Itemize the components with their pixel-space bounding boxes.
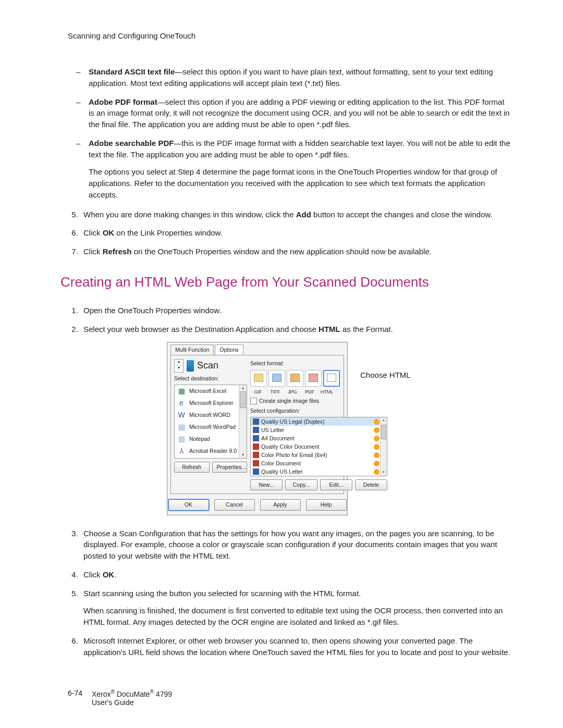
footer-guide: User's Guide [92, 698, 172, 707]
notepad-icon: ▥ [177, 434, 186, 443]
refresh-button[interactable]: Refresh [174, 462, 210, 473]
format-jpg[interactable] [287, 370, 303, 387]
wordpad-icon: ▤ [177, 422, 186, 431]
bullet-spdf-lead: Adobe searchable PDF [89, 139, 174, 147]
step-b1: Open the OneTouch Properties window. [80, 305, 511, 316]
format-pdf[interactable] [305, 370, 322, 387]
bullet-pdf: Adobe PDF format—select this option if y… [89, 96, 511, 130]
page-icon [253, 443, 259, 450]
list-item: US Letter [251, 426, 387, 434]
page-header: Scanning and Configuring OneTouch [68, 31, 511, 40]
section-steps: Open the OneTouch Properties window. Sel… [68, 305, 511, 658]
list-item: eMicrosoft Explorer [175, 397, 247, 409]
list-item: ▦Microsoft Excel [175, 385, 247, 397]
pdf-icon [309, 374, 318, 382]
callout-choose-html: Choose HTML [360, 342, 411, 380]
list-item: WMicrosoft WORD [175, 409, 247, 421]
list-item: Quality Color Document [251, 442, 387, 451]
scrollbar[interactable]: ▴▾ [239, 385, 247, 458]
scan-number-spinner[interactable]: ▴▾ [174, 359, 183, 373]
tiff-icon [272, 374, 282, 382]
step-b5: Start scanning using the button you sele… [80, 588, 511, 628]
acrobat-icon: ⅄ [177, 446, 186, 455]
page-icon [253, 427, 259, 433]
step-b3: Choose a Scan Configuration that has the… [80, 528, 511, 562]
page-icon [253, 468, 259, 475]
list-item: ▤Microsoft WordPad [175, 421, 247, 433]
footer-model: Xerox® DocuMate® 4799 [92, 689, 172, 698]
bullet-ascii-lead: Standard ASCII text file [89, 67, 175, 76]
format-tiff[interactable] [268, 370, 285, 387]
jpg-icon [290, 374, 300, 382]
step-b2: Select your web browser as the Destinati… [80, 324, 511, 515]
dialog-figure: Multi Function Options ▴▾ Scan [167, 342, 511, 515]
label-select-destination: Select destination: [174, 375, 247, 382]
scan-icon [187, 360, 194, 372]
tab-multifunction[interactable]: Multi Function [170, 344, 214, 355]
bullet-ascii: Standard ASCII text file—select this opt… [89, 66, 511, 89]
ok-button[interactable]: OK [168, 499, 209, 510]
page-icon [253, 435, 259, 441]
bullet-spdf-extra: The options you select at Step 4 determi… [89, 166, 511, 200]
top-steps: When you are done making changes in this… [68, 209, 511, 257]
gear-icon [374, 419, 380, 425]
gear-icon [374, 452, 380, 458]
step-7: Click Refresh on the OneTouch Properties… [80, 246, 511, 257]
checkbox-icon [250, 398, 257, 404]
bullet-pdf-lead: Adobe PDF format [89, 97, 157, 106]
step-b4: Click OK. [80, 569, 511, 581]
gear-icon [374, 469, 380, 475]
list-item: Quality US Legal (Duplex) [251, 417, 387, 426]
label-select-config: Select configuration: [250, 407, 387, 415]
properties-button[interactable]: Properties... [212, 462, 248, 473]
delete-button[interactable]: Delete [355, 479, 387, 490]
page-number: 6-74 [68, 689, 92, 707]
list-item: Quality US Letter [251, 467, 387, 476]
tab-options[interactable]: Options [215, 344, 243, 355]
format-html[interactable] [323, 370, 340, 387]
word-icon: W [177, 410, 186, 419]
copy-button[interactable]: Copy... [285, 479, 317, 490]
onetouch-dialog: Multi Function Options ▴▾ Scan [167, 342, 348, 515]
help-button[interactable]: Help [306, 499, 347, 510]
list-item: ⅄Acrobat Reader 9.0 [175, 445, 247, 457]
step-6: Click OK on the Link Properties window. [80, 227, 511, 239]
bullet-searchable-pdf: Adobe searchable PDF—this is the PDF ima… [89, 138, 511, 201]
step-b6: Microsoft Internet Explorer, or other we… [80, 635, 511, 658]
list-item: A4 Document [251, 434, 387, 442]
list-item: ▥Notepad [175, 433, 247, 445]
scrollbar[interactable]: ▴▾ [380, 417, 387, 476]
page-footer: 6-74 Xerox® DocuMate® 4799 User's Guide [68, 689, 511, 707]
page-icon [253, 452, 259, 458]
html-icon [327, 374, 336, 382]
page-icon [253, 418, 259, 425]
cancel-button[interactable]: Cancel [214, 499, 255, 510]
create-single-image-checkbox[interactable]: Create single image files [250, 397, 387, 405]
format-labels: GIF TIFF JPG PDF HTML [250, 389, 387, 396]
list-item: Color Document [251, 459, 387, 467]
destination-list[interactable]: ▦Microsoft Excel eMicrosoft Explorer WMi… [174, 385, 247, 459]
config-list[interactable]: Quality US Legal (Duplex) US Letter A4 D… [250, 417, 387, 476]
list-item: Color Photo for Email (6x4) [251, 451, 387, 459]
gear-icon [374, 444, 380, 450]
apply-button[interactable]: Apply [260, 499, 301, 510]
edit-button[interactable]: Edit... [320, 479, 352, 490]
step-b5-extra: When scanning is finished, the document … [83, 605, 511, 628]
scan-title: Scan [197, 359, 218, 372]
ie-icon: e [177, 398, 186, 408]
section-title: Creating an HTML Web Page from Your Scan… [60, 274, 511, 290]
gear-icon [374, 427, 380, 433]
step-5: When you are done making changes in this… [80, 209, 511, 220]
page-icon [253, 460, 259, 466]
gear-icon [374, 436, 380, 441]
new-button[interactable]: New... [250, 479, 283, 490]
format-gif[interactable] [250, 370, 267, 387]
gear-icon [374, 461, 380, 466]
format-bullets: Standard ASCII text file—select this opt… [68, 66, 511, 201]
gif-icon [254, 374, 263, 382]
excel-icon: ▦ [177, 386, 186, 396]
